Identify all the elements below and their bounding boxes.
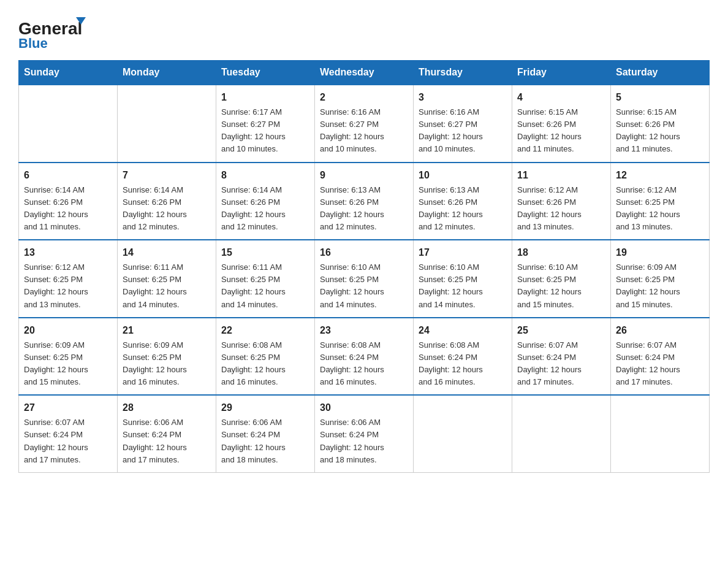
- day-header-monday: Monday: [118, 61, 216, 85]
- calendar-day-18: 18Sunrise: 6:10 AMSunset: 6:25 PMDayligh…: [512, 240, 611, 318]
- calendar-week-row: 1Sunrise: 6:17 AMSunset: 6:27 PMDaylight…: [19, 85, 710, 163]
- day-number: 9: [320, 168, 408, 183]
- day-number: 11: [517, 168, 605, 183]
- day-number: 17: [419, 245, 507, 260]
- day-info: Sunrise: 6:06 AMSunset: 6:24 PMDaylight:…: [221, 416, 309, 466]
- calendar-table: SundayMondayTuesdayWednesdayThursdayFrid…: [18, 60, 710, 473]
- day-number: 1: [221, 90, 309, 105]
- day-info: Sunrise: 6:13 AMSunset: 6:26 PMDaylight:…: [419, 184, 507, 234]
- day-number: 2: [320, 90, 408, 105]
- day-info: Sunrise: 6:16 AMSunset: 6:27 PMDaylight:…: [320, 106, 408, 156]
- calendar-day-17: 17Sunrise: 6:10 AMSunset: 6:25 PMDayligh…: [414, 240, 512, 318]
- calendar-day-28: 28Sunrise: 6:06 AMSunset: 6:24 PMDayligh…: [118, 395, 216, 472]
- day-info: Sunrise: 6:06 AMSunset: 6:24 PMDaylight:…: [320, 416, 408, 466]
- day-number: 8: [221, 168, 309, 183]
- day-info: Sunrise: 6:12 AMSunset: 6:26 PMDaylight:…: [517, 184, 605, 234]
- day-info: Sunrise: 6:14 AMSunset: 6:26 PMDaylight:…: [123, 184, 211, 234]
- calendar-day-25: 25Sunrise: 6:07 AMSunset: 6:24 PMDayligh…: [512, 318, 611, 396]
- day-number: 26: [616, 323, 704, 338]
- calendar-day-6: 6Sunrise: 6:14 AMSunset: 6:26 PMDaylight…: [19, 163, 118, 240]
- calendar-day-empty: [512, 395, 611, 472]
- day-number: 14: [123, 245, 211, 260]
- logo-svg: General Blue: [18, 12, 92, 49]
- day-info: Sunrise: 6:06 AMSunset: 6:24 PMDaylight:…: [123, 416, 211, 466]
- calendar-day-10: 10Sunrise: 6:13 AMSunset: 6:26 PMDayligh…: [414, 163, 512, 240]
- calendar-day-21: 21Sunrise: 6:09 AMSunset: 6:25 PMDayligh…: [118, 318, 216, 396]
- day-number: 23: [320, 323, 408, 338]
- day-number: 19: [616, 245, 704, 260]
- svg-text:Blue: Blue: [18, 36, 48, 49]
- day-info: Sunrise: 6:10 AMSunset: 6:25 PMDaylight:…: [517, 261, 605, 311]
- calendar-week-row: 27Sunrise: 6:07 AMSunset: 6:24 PMDayligh…: [19, 395, 710, 472]
- day-number: 3: [419, 90, 507, 105]
- calendar-day-12: 12Sunrise: 6:12 AMSunset: 6:25 PMDayligh…: [611, 163, 710, 240]
- day-info: Sunrise: 6:10 AMSunset: 6:25 PMDaylight:…: [419, 261, 507, 311]
- day-number: 6: [24, 168, 112, 183]
- calendar-day-empty: [414, 395, 512, 472]
- calendar-day-16: 16Sunrise: 6:10 AMSunset: 6:25 PMDayligh…: [315, 240, 414, 318]
- day-number: 12: [616, 168, 704, 183]
- day-info: Sunrise: 6:13 AMSunset: 6:26 PMDaylight:…: [320, 184, 408, 234]
- day-info: Sunrise: 6:14 AMSunset: 6:26 PMDaylight:…: [24, 184, 112, 234]
- day-number: 25: [517, 323, 605, 338]
- day-info: Sunrise: 6:10 AMSunset: 6:25 PMDaylight:…: [320, 261, 408, 311]
- calendar-day-empty: [611, 395, 710, 472]
- day-info: Sunrise: 6:07 AMSunset: 6:24 PMDaylight:…: [517, 339, 605, 389]
- day-number: 24: [419, 323, 507, 338]
- day-number: 16: [320, 245, 408, 260]
- day-number: 28: [123, 400, 211, 415]
- calendar-day-2: 2Sunrise: 6:16 AMSunset: 6:27 PMDaylight…: [315, 85, 414, 163]
- day-info: Sunrise: 6:08 AMSunset: 6:24 PMDaylight:…: [320, 339, 408, 389]
- calendar-header-row: SundayMondayTuesdayWednesdayThursdayFrid…: [19, 61, 710, 85]
- day-number: 21: [123, 323, 211, 338]
- day-header-thursday: Thursday: [414, 61, 512, 85]
- day-info: Sunrise: 6:07 AMSunset: 6:24 PMDaylight:…: [616, 339, 704, 389]
- calendar-day-23: 23Sunrise: 6:08 AMSunset: 6:24 PMDayligh…: [315, 318, 414, 396]
- calendar-day-30: 30Sunrise: 6:06 AMSunset: 6:24 PMDayligh…: [315, 395, 414, 472]
- calendar-day-27: 27Sunrise: 6:07 AMSunset: 6:24 PMDayligh…: [19, 395, 118, 472]
- day-number: 13: [24, 245, 112, 260]
- calendar-day-7: 7Sunrise: 6:14 AMSunset: 6:26 PMDaylight…: [118, 163, 216, 240]
- day-info: Sunrise: 6:07 AMSunset: 6:24 PMDaylight:…: [24, 416, 112, 466]
- calendar-day-8: 8Sunrise: 6:14 AMSunset: 6:26 PMDaylight…: [216, 163, 315, 240]
- day-header-tuesday: Tuesday: [216, 61, 315, 85]
- day-info: Sunrise: 6:09 AMSunset: 6:25 PMDaylight:…: [123, 339, 211, 389]
- day-number: 18: [517, 245, 605, 260]
- day-info: Sunrise: 6:12 AMSunset: 6:25 PMDaylight:…: [24, 261, 112, 311]
- calendar-day-11: 11Sunrise: 6:12 AMSunset: 6:26 PMDayligh…: [512, 163, 611, 240]
- calendar-day-22: 22Sunrise: 6:08 AMSunset: 6:25 PMDayligh…: [216, 318, 315, 396]
- calendar-day-empty: [19, 85, 118, 163]
- day-info: Sunrise: 6:15 AMSunset: 6:26 PMDaylight:…: [616, 106, 704, 156]
- day-header-friday: Friday: [512, 61, 611, 85]
- day-number: 22: [221, 323, 309, 338]
- day-info: Sunrise: 6:15 AMSunset: 6:26 PMDaylight:…: [517, 106, 605, 156]
- calendar-day-24: 24Sunrise: 6:08 AMSunset: 6:24 PMDayligh…: [414, 318, 512, 396]
- day-header-sunday: Sunday: [19, 61, 118, 85]
- day-info: Sunrise: 6:17 AMSunset: 6:27 PMDaylight:…: [221, 106, 309, 156]
- calendar-week-row: 13Sunrise: 6:12 AMSunset: 6:25 PMDayligh…: [19, 240, 710, 318]
- day-number: 7: [123, 168, 211, 183]
- calendar-day-4: 4Sunrise: 6:15 AMSunset: 6:26 PMDaylight…: [512, 85, 611, 163]
- calendar-week-row: 6Sunrise: 6:14 AMSunset: 6:26 PMDaylight…: [19, 163, 710, 240]
- day-number: 15: [221, 245, 309, 260]
- day-info: Sunrise: 6:11 AMSunset: 6:25 PMDaylight:…: [123, 261, 211, 311]
- calendar-day-29: 29Sunrise: 6:06 AMSunset: 6:24 PMDayligh…: [216, 395, 315, 472]
- day-number: 30: [320, 400, 408, 415]
- calendar-day-5: 5Sunrise: 6:15 AMSunset: 6:26 PMDaylight…: [611, 85, 710, 163]
- calendar-day-13: 13Sunrise: 6:12 AMSunset: 6:25 PMDayligh…: [19, 240, 118, 318]
- day-number: 27: [24, 400, 112, 415]
- calendar-day-3: 3Sunrise: 6:16 AMSunset: 6:27 PMDaylight…: [414, 85, 512, 163]
- calendar-day-1: 1Sunrise: 6:17 AMSunset: 6:27 PMDaylight…: [216, 85, 315, 163]
- day-info: Sunrise: 6:11 AMSunset: 6:25 PMDaylight:…: [221, 261, 309, 311]
- day-info: Sunrise: 6:12 AMSunset: 6:25 PMDaylight:…: [616, 184, 704, 234]
- day-header-wednesday: Wednesday: [315, 61, 414, 85]
- logo: General Blue: [18, 12, 92, 49]
- day-number: 5: [616, 90, 704, 105]
- day-number: 29: [221, 400, 309, 415]
- day-info: Sunrise: 6:14 AMSunset: 6:26 PMDaylight:…: [221, 184, 309, 234]
- day-header-saturday: Saturday: [611, 61, 710, 85]
- calendar-day-26: 26Sunrise: 6:07 AMSunset: 6:24 PMDayligh…: [611, 318, 710, 396]
- day-info: Sunrise: 6:08 AMSunset: 6:24 PMDaylight:…: [419, 339, 507, 389]
- calendar-day-14: 14Sunrise: 6:11 AMSunset: 6:25 PMDayligh…: [118, 240, 216, 318]
- day-number: 4: [517, 90, 605, 105]
